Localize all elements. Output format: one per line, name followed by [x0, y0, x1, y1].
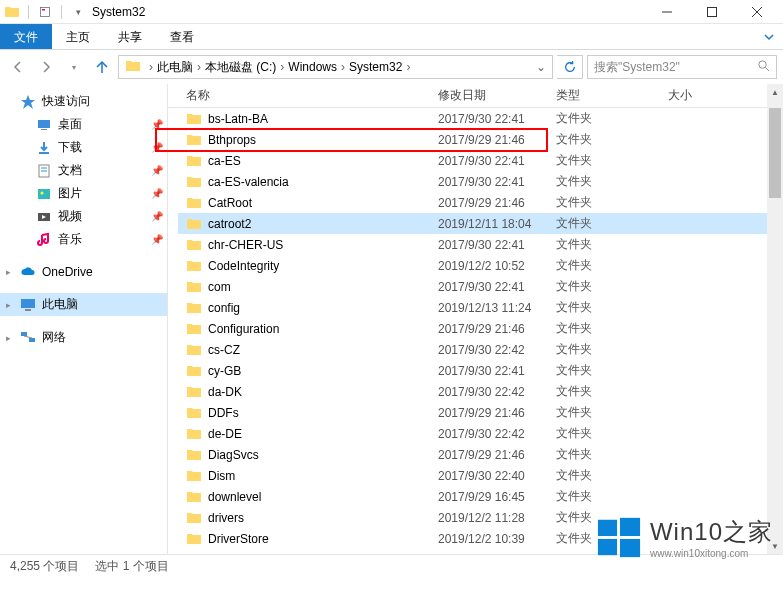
file-type: 文件夹	[548, 215, 660, 232]
file-name: chr-CHER-US	[208, 238, 283, 252]
file-row[interactable]: CatRoot2017/9/29 21:46文件夹	[178, 192, 783, 213]
column-date[interactable]: 修改日期	[430, 83, 548, 108]
main-area: 快速访问 桌面📌下载📌文档📌图片📌视频📌音乐📌 ▸ OneDrive ▸ 此电脑…	[0, 84, 783, 554]
sidebar-item-download[interactable]: 下载📌	[0, 136, 167, 159]
file-row[interactable]: da-DK2017/9/30 22:42文件夹	[178, 381, 783, 402]
up-button[interactable]	[90, 55, 114, 79]
column-name[interactable]: 名称	[178, 83, 430, 108]
file-row[interactable]: com2017/9/30 22:41文件夹	[178, 276, 783, 297]
chevron-right-icon[interactable]: ▸	[6, 267, 11, 277]
folder-icon	[186, 280, 202, 294]
svg-rect-11	[41, 129, 47, 130]
column-size[interactable]: 大小	[660, 83, 740, 108]
file-row[interactable]: DiagSvcs2017/9/29 21:46文件夹	[178, 444, 783, 465]
file-list[interactable]: bs-Latn-BA2017/9/30 22:41文件夹Bthprops2017…	[168, 108, 783, 554]
breadcrumb-windows[interactable]: Windows	[286, 60, 339, 74]
folder-icon	[186, 511, 202, 525]
ribbon-expand-button[interactable]	[755, 24, 783, 49]
file-type: 文件夹	[548, 362, 660, 379]
tab-share[interactable]: 共享	[104, 24, 156, 49]
file-type: 文件夹	[548, 425, 660, 442]
breadcrumb-drive[interactable]: 本地磁盘 (C:)	[203, 59, 278, 76]
close-button[interactable]	[734, 1, 779, 23]
svg-rect-10	[38, 120, 50, 128]
file-row[interactable]: Bthprops2017/9/29 21:46文件夹	[178, 129, 783, 150]
back-button[interactable]	[6, 55, 30, 79]
chevron-right-icon[interactable]: ▸	[6, 300, 11, 310]
sidebar-item-label: 文档	[58, 162, 82, 179]
minimize-button[interactable]	[644, 1, 689, 23]
tab-view[interactable]: 查看	[156, 24, 208, 49]
file-row[interactable]: DDFs2017/9/29 21:46文件夹	[178, 402, 783, 423]
address-bar[interactable]: › 此电脑 › 本地磁盘 (C:) › Windows › System32 ›…	[118, 55, 553, 79]
pin-icon: 📌	[151, 142, 163, 153]
file-row[interactable]: config2019/12/13 11:24文件夹	[178, 297, 783, 318]
file-date: 2019/12/11 18:04	[430, 217, 548, 231]
search-input[interactable]: 搜索"System32"	[587, 55, 777, 79]
refresh-button[interactable]	[557, 55, 583, 79]
file-row[interactable]: chr-CHER-US2017/9/30 22:41文件夹	[178, 234, 783, 255]
file-date: 2017/9/30 22:40	[430, 469, 548, 483]
sidebar-quick-access[interactable]: 快速访问	[0, 90, 167, 113]
watermark-url: www.win10xitong.com	[650, 548, 773, 559]
tab-home[interactable]: 主页	[52, 24, 104, 49]
file-row[interactable]: Dism2017/9/30 22:40文件夹	[178, 465, 783, 486]
recent-dropdown[interactable]: ▾	[62, 55, 86, 79]
folder-icon	[186, 364, 202, 378]
breadcrumb-sep[interactable]: ›	[278, 60, 286, 74]
scroll-up-button[interactable]: ▲	[767, 84, 783, 100]
sidebar-onedrive[interactable]: ▸ OneDrive	[0, 261, 167, 283]
breadcrumb-sep[interactable]: ›	[147, 60, 155, 74]
navbar: ▾ › 此电脑 › 本地磁盘 (C:) › Windows › System32…	[0, 50, 783, 84]
sidebar-this-pc[interactable]: ▸ 此电脑	[0, 293, 167, 316]
column-type[interactable]: 类型	[548, 83, 660, 108]
file-row[interactable]: cs-CZ2017/9/30 22:42文件夹	[178, 339, 783, 360]
sidebar-item-desktop[interactable]: 桌面📌	[0, 113, 167, 136]
sidebar-item-music[interactable]: 音乐📌	[0, 228, 167, 251]
file-row[interactable]: catroot22019/12/11 18:04文件夹	[178, 213, 783, 234]
svg-rect-16	[38, 189, 50, 199]
window-controls	[644, 1, 779, 23]
file-row[interactable]: ca-ES2017/9/30 22:41文件夹	[178, 150, 783, 171]
file-date: 2017/9/30 22:41	[430, 238, 548, 252]
file-row[interactable]: de-DE2017/9/30 22:42文件夹	[178, 423, 783, 444]
titlebar: ▾ System32	[0, 0, 783, 24]
breadcrumb-sep[interactable]: ›	[339, 60, 347, 74]
chevron-right-icon[interactable]: ▸	[6, 333, 11, 343]
breadcrumb-thispc[interactable]: 此电脑	[155, 59, 195, 76]
desktop-icon	[36, 117, 52, 133]
file-row[interactable]: cy-GB2017/9/30 22:41文件夹	[178, 360, 783, 381]
breadcrumb-sep[interactable]: ›	[404, 60, 412, 74]
file-row[interactable]: bs-Latn-BA2017/9/30 22:41文件夹	[178, 108, 783, 129]
file-date: 2017/9/30 22:41	[430, 154, 548, 168]
maximize-button[interactable]	[689, 1, 734, 23]
file-row[interactable]: ca-ES-valencia2017/9/30 22:41文件夹	[178, 171, 783, 192]
file-row[interactable]: downlevel2017/9/29 16:45文件夹	[178, 486, 783, 507]
address-dropdown[interactable]: ⌄	[532, 60, 550, 74]
sidebar-item-picture[interactable]: 图片📌	[0, 182, 167, 205]
forward-button[interactable]	[34, 55, 58, 79]
file-type: 文件夹	[548, 467, 660, 484]
sidebar-network[interactable]: ▸ 网络	[0, 326, 167, 349]
file-name: Bthprops	[208, 133, 256, 147]
qat-dropdown-icon[interactable]: ▾	[70, 4, 86, 20]
quick-access-toolbar: ▾	[4, 4, 86, 20]
breadcrumb-system32[interactable]: System32	[347, 60, 404, 74]
file-type: 文件夹	[548, 383, 660, 400]
folder-icon	[186, 259, 202, 273]
vertical-scrollbar[interactable]: ▲ ▼	[767, 84, 783, 554]
sidebar-item-document[interactable]: 文档📌	[0, 159, 167, 182]
file-row[interactable]: Configuration2017/9/29 21:46文件夹	[178, 318, 783, 339]
folder-icon	[186, 343, 202, 357]
breadcrumb-sep[interactable]: ›	[195, 60, 203, 74]
file-name: com	[208, 280, 231, 294]
file-date: 2019/12/2 11:28	[430, 511, 548, 525]
file-date: 2017/9/29 21:46	[430, 448, 548, 462]
properties-icon[interactable]	[37, 4, 53, 20]
sidebar-item-video[interactable]: 视频📌	[0, 205, 167, 228]
file-row[interactable]: CodeIntegrity2019/12/2 10:52文件夹	[178, 255, 783, 276]
file-date: 2017/9/30 22:41	[430, 364, 548, 378]
tab-file[interactable]: 文件	[0, 24, 52, 49]
sidebar-item-label: 图片	[58, 185, 82, 202]
scroll-thumb[interactable]	[769, 108, 781, 198]
